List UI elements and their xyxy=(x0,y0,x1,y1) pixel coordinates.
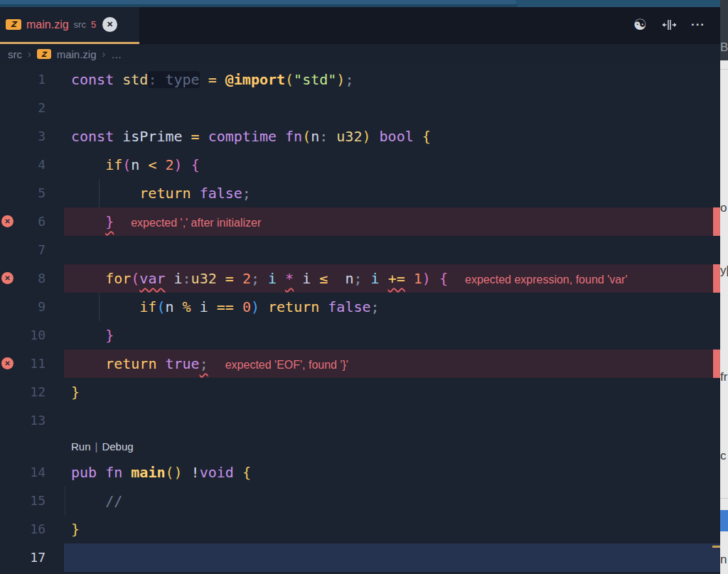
line-content[interactable]: return false; xyxy=(64,179,720,207)
code-line[interactable]: 5 return false; xyxy=(0,179,720,207)
breadcrumb-more[interactable]: … xyxy=(111,48,122,60)
line-content[interactable]: // xyxy=(64,487,720,515)
code-token: i xyxy=(371,270,388,287)
code-token: == xyxy=(217,298,242,315)
glyph-margin xyxy=(0,321,17,350)
background-text-fragment: y[ xyxy=(720,264,728,278)
glyph-margin xyxy=(0,236,17,264)
indent-guide xyxy=(99,293,100,321)
code-token: = xyxy=(208,71,225,88)
overview-error-mark[interactable] xyxy=(713,350,720,378)
line-content[interactable]: if(n % i == 0) return false; xyxy=(64,293,720,321)
line-content[interactable]: return true;expected 'EOF', found '}' xyxy=(64,350,720,378)
code-line[interactable]: ✕6 }expected ',' after initializer xyxy=(0,207,720,236)
overview-error-mark[interactable] xyxy=(713,264,720,293)
line-content[interactable] xyxy=(64,236,720,264)
code-line[interactable]: 4 if(n < 2) { xyxy=(0,151,720,179)
code-line[interactable]: 16} xyxy=(0,515,720,543)
zig-file-icon: Z xyxy=(37,49,51,59)
code-line[interactable]: 12} xyxy=(0,378,720,406)
code-line[interactable]: 15 // xyxy=(0,487,720,515)
code-line[interactable]: 7 xyxy=(0,236,720,264)
line-content[interactable]: pub fn main() !void { xyxy=(64,458,720,487)
line-number[interactable]: 11 xyxy=(17,350,46,378)
code-token: 1 xyxy=(414,270,422,287)
code-line[interactable]: 2 xyxy=(0,94,720,122)
code-line[interactable]: 3const isPrime = comptime fn(n: u32) boo… xyxy=(0,122,720,151)
breadcrumb-dir[interactable]: src xyxy=(8,48,22,60)
line-number[interactable]: 1 xyxy=(17,65,46,94)
line-number[interactable]: 3 xyxy=(17,122,46,151)
code-token: : xyxy=(319,128,336,145)
code-token: } xyxy=(105,213,114,230)
line-number[interactable]: 13 xyxy=(17,406,46,435)
tab-close-icon[interactable]: ✕ xyxy=(102,17,117,32)
breadcrumb-file[interactable]: main.zig xyxy=(57,48,97,60)
code-token: false xyxy=(328,298,370,315)
code-token: for xyxy=(105,270,131,287)
line-number[interactable]: 12 xyxy=(17,378,46,406)
line-number[interactable]: 15 xyxy=(17,487,46,515)
line-number[interactable]: 7 xyxy=(17,236,46,264)
code-token: ≤ xyxy=(319,270,328,287)
code-token: i xyxy=(268,270,285,287)
line-content[interactable]: } xyxy=(64,378,720,406)
background-text-fragment: o xyxy=(720,201,727,215)
line-number[interactable]: 5 xyxy=(17,179,46,207)
line-number[interactable]: 4 xyxy=(17,151,46,179)
glyph-margin xyxy=(0,94,17,122)
code-token: pub xyxy=(71,464,105,481)
line-number[interactable]: 10 xyxy=(17,321,46,350)
line-content[interactable]: const std: type = @import("std"); xyxy=(64,65,720,94)
line-content[interactable]: if(n < 2) { xyxy=(64,151,720,179)
yin-yang-icon[interactable]: ☯ xyxy=(631,16,648,33)
line-content[interactable] xyxy=(64,94,720,122)
line-number[interactable]: 16 xyxy=(17,515,46,543)
code-token: fn xyxy=(285,128,302,145)
tab-main-zig[interactable]: Z main.zig src 5 ✕ xyxy=(0,7,139,44)
line-number[interactable]: 6 xyxy=(17,207,46,236)
overview-error-mark[interactable] xyxy=(713,207,720,236)
code-line[interactable]: 1const std: type = @import("std"); xyxy=(0,65,720,94)
code-line[interactable]: 14pub fn main() !void { xyxy=(0,458,720,487)
code-token: n xyxy=(165,298,182,315)
codelens-run-link[interactable]: Run xyxy=(71,440,91,453)
code-token xyxy=(431,270,439,287)
code-token: main xyxy=(131,464,165,481)
code-token: ( xyxy=(165,464,173,481)
line-content[interactable]: }expected ',' after initializer xyxy=(64,207,720,236)
code-line[interactable]: 17 xyxy=(0,543,720,572)
line-number[interactable]: 14 xyxy=(17,458,46,487)
code-token: 2 xyxy=(166,156,174,173)
line-content[interactable]: const isPrime = comptime fn(n: u32) bool… xyxy=(64,122,720,151)
line-number[interactable]: 8 xyxy=(17,264,46,293)
line-number[interactable]: 17 xyxy=(17,543,46,572)
code-token: ! xyxy=(191,464,200,481)
code-token: isPrime xyxy=(122,128,191,145)
code-line[interactable]: 13 xyxy=(0,406,720,435)
codelens-debug-link[interactable]: Debug xyxy=(102,440,133,453)
line-number[interactable]: 9 xyxy=(17,293,46,321)
glyph-margin xyxy=(0,65,17,94)
code-line[interactable]: ✕8 for(var i:u32 = 2; i * i ≤ n; i += 1)… xyxy=(0,264,720,293)
code-line[interactable]: 10 } xyxy=(0,321,720,350)
line-content[interactable]: for(var i:u32 = 2; i * i ≤ n; i += 1) {e… xyxy=(64,264,720,293)
more-actions-icon[interactable]: ··· xyxy=(690,16,707,33)
code-line[interactable]: 9 if(n % i == 0) return false; xyxy=(0,293,720,321)
code-token: 0 xyxy=(242,298,251,315)
code-token xyxy=(200,71,208,88)
line-content[interactable] xyxy=(64,543,720,572)
line-content[interactable]: } xyxy=(64,515,720,543)
line-number[interactable]: 2 xyxy=(17,94,46,122)
tab-bar: Z main.zig src 5 ✕ ☯ · xyxy=(0,7,720,44)
line-content[interactable]: } xyxy=(64,321,720,350)
code-token: ( xyxy=(285,71,294,88)
glyph-margin: ✕ xyxy=(0,207,17,236)
code-token: if xyxy=(105,156,122,173)
line-content[interactable] xyxy=(64,406,720,435)
code-line[interactable]: ✕11 return true;expected 'EOF', found '}… xyxy=(0,350,720,378)
split-editor-icon[interactable] xyxy=(660,16,678,33)
code-token xyxy=(71,156,105,173)
overview-ruler[interactable] xyxy=(712,64,720,574)
code-token: // xyxy=(105,492,122,509)
